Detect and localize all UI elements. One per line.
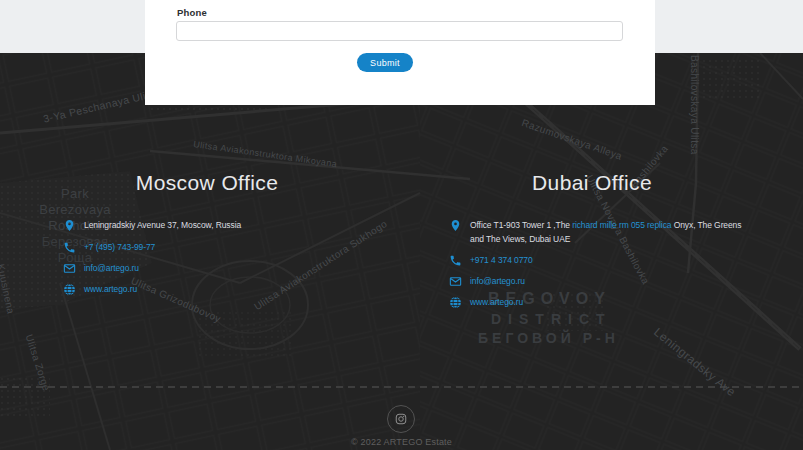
instagram-link[interactable] xyxy=(387,405,415,433)
office-address-prefix: Office T1-903 Tower 1 ,The xyxy=(470,220,572,230)
globe-icon xyxy=(63,283,76,296)
office-address-inline-link[interactable]: richard mille rm 055 replica xyxy=(572,220,671,230)
phone-icon xyxy=(63,241,76,254)
office-phone-row: +7 (495) 743-99-77 xyxy=(63,241,374,254)
globe-icon xyxy=(449,296,462,309)
office-phone-link[interactable]: +7 (495) 743-99-77 xyxy=(84,241,155,254)
office-address: Office T1-903 Tower 1 ,The richard mille… xyxy=(470,219,742,246)
office-email-row: info@artego.ru xyxy=(449,275,749,288)
office-address: Leningradskiy Avenue 37, Moscow, Russia xyxy=(84,219,241,233)
footer-map-section: 3-Ya Peschanaya Ulitsa Ulitsa Aviakonstr… xyxy=(0,53,803,450)
office-address-row: Leningradskiy Avenue 37, Moscow, Russia xyxy=(63,219,374,233)
office-website-link[interactable]: www.artego.ru xyxy=(84,283,137,296)
contact-form-card: Phone Submit xyxy=(145,0,655,105)
office-website-row: www.artego.ru xyxy=(63,283,374,296)
office-title-dubai: Dubai Office xyxy=(435,170,749,196)
office-website-row: www.artego.ru xyxy=(449,296,749,309)
submit-button[interactable]: Submit xyxy=(357,53,413,72)
phone-icon xyxy=(449,254,462,267)
email-icon xyxy=(449,275,462,288)
copyright-text: © 2022 ARTEGO Estate xyxy=(0,437,803,447)
contact-list-moscow: Leningradskiy Avenue 37, Moscow, Russia … xyxy=(40,219,374,296)
office-email-row: info@artego.ru xyxy=(63,262,374,275)
contact-list-dubai: Office T1-903 Tower 1 ,The richard mille… xyxy=(435,219,749,309)
office-email-link[interactable]: info@artego.ru xyxy=(470,275,525,288)
office-phone-link[interactable]: +971 4 374 0770 xyxy=(470,254,533,267)
location-pin-icon xyxy=(449,219,462,232)
office-title-moscow: Moscow Office xyxy=(40,170,374,196)
office-website-link[interactable]: www.artego.ru xyxy=(470,296,523,309)
office-card-moscow: Moscow Office Leningradskiy Avenue 37, M… xyxy=(40,170,374,304)
phone-label: Phone xyxy=(177,7,207,18)
office-phone-row: +971 4 374 0770 xyxy=(449,254,749,267)
map-label: БЕГОВОЙ Р-Н xyxy=(478,330,619,346)
office-card-dubai: Dubai Office Office T1-903 Tower 1 ,The … xyxy=(435,170,749,317)
office-email-link[interactable]: info@artego.ru xyxy=(84,262,139,275)
map-label: Bashilovskaya Ulitsa xyxy=(689,55,700,155)
email-icon xyxy=(63,262,76,275)
page: 3-Ya Peschanaya Ulitsa Ulitsa Aviakonstr… xyxy=(0,0,803,450)
location-pin-icon xyxy=(63,219,76,232)
phone-input[interactable] xyxy=(176,21,623,41)
instagram-icon xyxy=(395,413,407,425)
office-address-row: Office T1-903 Tower 1 ,The richard mille… xyxy=(449,219,749,246)
